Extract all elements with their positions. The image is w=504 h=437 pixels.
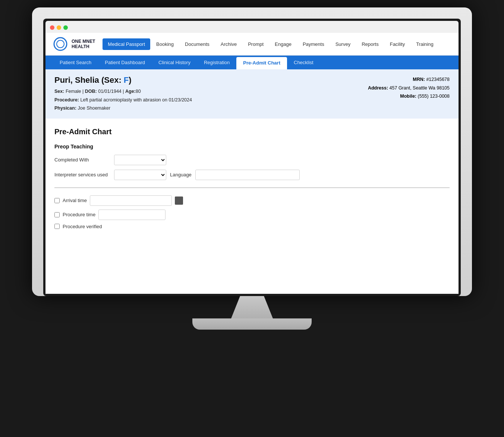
subnav-patient-dashboard[interactable]: Patient Dashboard [98,56,152,69]
arrival-time-input[interactable] [90,195,172,206]
nav-item-facility[interactable]: Facility [385,38,410,50]
subnav-registration[interactable]: Registration [197,56,236,69]
procedure-time-input[interactable] [98,210,166,220]
nav-item-archive[interactable]: Archive [215,38,242,50]
nav-item-medical-passport[interactable]: Medical Passport [103,38,150,50]
close-button[interactable] [50,25,54,30]
minimize-button[interactable] [57,25,61,30]
procedure-time-checkbox[interactable] [54,212,60,217]
completed-with-label: Completed With [54,157,110,163]
nav-item-reports[interactable]: Reports [356,38,384,50]
completed-with-row: Completed With [54,155,450,165]
nav-item-booking[interactable]: Booking [151,38,179,50]
calendar-button[interactable] [175,197,183,205]
main-content: Pre-Admit Chart Preop Teaching Completed… [45,119,459,242]
svg-point-0 [54,38,67,50]
logo-icon [53,37,68,51]
patient-contact-info: MRN: #12345678 Address: 457 Grant, Seatt… [368,75,450,101]
subnav-checklist[interactable]: Checklist [287,56,320,69]
arrival-time-row: Arrival time [54,195,450,206]
preop-section-title: Preop Teaching [54,144,450,150]
svg-point-1 [57,40,64,48]
procedure-verified-row: Procedure verified [54,224,450,229]
subnav-clinical-history[interactable]: Clinical History [152,56,197,69]
procedure-verified-checkbox[interactable] [54,224,60,229]
subnav-patient-search[interactable]: Patient Search [53,56,98,69]
nav-item-engage[interactable]: Engage [270,38,297,50]
interpreter-label: Interpreter services used [54,172,110,177]
top-navigation: ONE MNET HEALTH Medical Passport Booking… [45,33,459,56]
completed-with-select[interactable] [114,155,166,165]
patient-details: Sex: Female | DOB: 01/01/1944 | Age:80 P… [54,87,192,113]
language-input[interactable] [195,170,300,180]
procedure-time-row: Procedure time [54,210,450,220]
interpreter-row: Interpreter services used Language [54,170,450,180]
monitor-stand [32,296,472,330]
stand-neck [222,296,282,318]
section-divider [54,188,450,188]
patient-header: Puri, Shelia (Sex: F) Sex: Female | DOB:… [45,69,459,119]
sub-navigation: Patient Search Patient Dashboard Clinica… [45,56,459,69]
subnav-pre-admit-chart[interactable]: Pre-Admit Chart [236,57,287,69]
arrival-time-label: Arrival time [63,198,87,203]
nav-item-training[interactable]: Training [411,38,438,50]
maximize-button[interactable] [63,25,68,30]
logo-text: ONE MNET HEALTH [72,39,95,50]
nav-item-prompt[interactable]: Prompt [243,38,269,50]
nav-item-documents[interactable]: Documents [180,38,215,50]
page-title: Pre-Admit Chart [54,128,450,136]
nav-item-payments[interactable]: Payments [297,38,330,50]
patient-name: Puri, Shelia (Sex: F) [54,75,192,85]
logo: ONE MNET HEALTH [53,37,95,51]
interpreter-select[interactable] [114,170,166,180]
nav-item-survey[interactable]: Survey [330,38,356,50]
stand-base [192,318,312,330]
procedure-verified-label: Procedure verified [63,224,102,229]
arrival-time-checkbox[interactable] [54,198,60,203]
language-label: Language [170,172,192,177]
main-nav-menu: Medical Passport Booking Documents Archi… [103,38,451,50]
procedure-time-label: Procedure time [63,212,95,217]
